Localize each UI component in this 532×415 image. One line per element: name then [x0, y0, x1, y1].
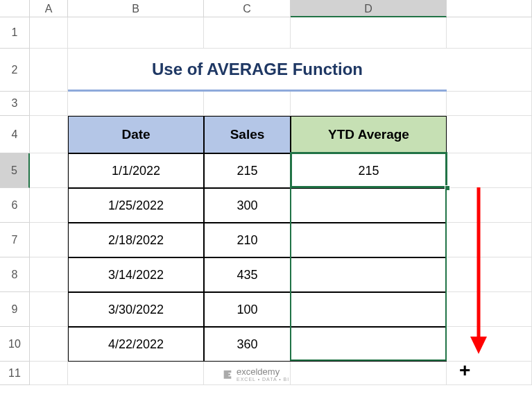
cell[interactable]	[291, 362, 447, 385]
cell[interactable]	[447, 116, 532, 153]
row-header-11[interactable]: 11	[0, 362, 30, 385]
svg-marker-1	[470, 337, 487, 354]
watermark-brand: exceldemy	[237, 366, 280, 377]
cell[interactable]	[291, 17, 447, 49]
row-header-5[interactable]: 5	[0, 153, 30, 188]
spreadsheet-grid: A B C D 1 2 Use of AVERAGE Function 3 4 …	[0, 0, 532, 385]
data-ytd[interactable]	[291, 223, 447, 257]
col-header-blank[interactable]	[447, 0, 532, 17]
select-all-corner[interactable]	[0, 0, 30, 17]
cell[interactable]	[30, 257, 68, 292]
watermark-logo-icon	[222, 369, 233, 380]
cell[interactable]	[30, 92, 68, 116]
title-cell[interactable]: Use of AVERAGE Function	[68, 49, 447, 92]
data-date[interactable]: 3/30/2022	[68, 292, 204, 327]
col-header-c[interactable]: C	[204, 0, 291, 17]
cell[interactable]	[30, 17, 68, 49]
data-sales[interactable]: 435	[204, 257, 291, 292]
row-header-7[interactable]: 7	[0, 223, 30, 257]
cell[interactable]	[30, 116, 68, 153]
data-date[interactable]: 3/14/2022	[68, 257, 204, 292]
data-date[interactable]: 1/1/2022	[68, 153, 204, 188]
cell[interactable]	[30, 188, 68, 223]
col-header-d[interactable]: D	[291, 0, 447, 17]
row-header-3[interactable]: 3	[0, 92, 30, 116]
col-header-b[interactable]: B	[68, 0, 204, 17]
data-sales[interactable]: 215	[204, 153, 291, 188]
cell[interactable]	[30, 153, 68, 188]
cell[interactable]	[30, 292, 68, 327]
data-ytd[interactable]	[291, 188, 447, 223]
cell[interactable]	[447, 153, 532, 188]
data-ytd[interactable]: 215	[291, 153, 447, 188]
data-ytd[interactable]	[291, 292, 447, 327]
cell[interactable]	[30, 223, 68, 257]
cell[interactable]	[30, 49, 68, 92]
data-ytd[interactable]	[291, 257, 447, 292]
watermark-tagline: EXCEL • DATA • BI	[237, 377, 289, 382]
row-header-4[interactable]: 4	[0, 116, 30, 153]
data-sales[interactable]: 360	[204, 327, 291, 362]
data-sales[interactable]: 300	[204, 188, 291, 223]
watermark: exceldemy EXCEL • DATA • BI	[222, 366, 289, 382]
col-header-a[interactable]: A	[30, 0, 68, 17]
cell[interactable]	[30, 362, 68, 385]
table-header-sales[interactable]: Sales	[204, 116, 291, 153]
cell[interactable]	[447, 92, 532, 116]
data-date[interactable]: 4/22/2022	[68, 327, 204, 362]
table-header-date[interactable]: Date	[68, 116, 204, 153]
cell[interactable]	[68, 362, 204, 385]
drag-arrow-icon	[465, 187, 492, 361]
cell[interactable]	[204, 17, 291, 49]
cell[interactable]	[291, 92, 447, 116]
row-header-6[interactable]: 6	[0, 188, 30, 223]
row-header-8[interactable]: 8	[0, 257, 30, 292]
row-header-1[interactable]: 1	[0, 17, 30, 49]
cell[interactable]	[447, 49, 532, 92]
data-date[interactable]: 1/25/2022	[68, 188, 204, 223]
cell[interactable]	[447, 17, 532, 49]
fill-handle[interactable]	[445, 185, 450, 191]
row-header-2[interactable]: 2	[0, 49, 30, 92]
data-ytd[interactable]	[291, 327, 447, 362]
fill-cursor-icon: +	[459, 359, 470, 382]
data-sales[interactable]: 100	[204, 292, 291, 327]
cell[interactable]	[68, 17, 204, 49]
data-sales[interactable]: 210	[204, 223, 291, 257]
cell[interactable]	[204, 92, 291, 116]
data-date[interactable]: 2/18/2022	[68, 223, 204, 257]
row-header-10[interactable]: 10	[0, 327, 30, 362]
cell[interactable]	[68, 92, 204, 116]
cell[interactable]	[30, 327, 68, 362]
table-header-ytd[interactable]: YTD Average	[291, 116, 447, 153]
row-header-9[interactable]: 9	[0, 292, 30, 327]
